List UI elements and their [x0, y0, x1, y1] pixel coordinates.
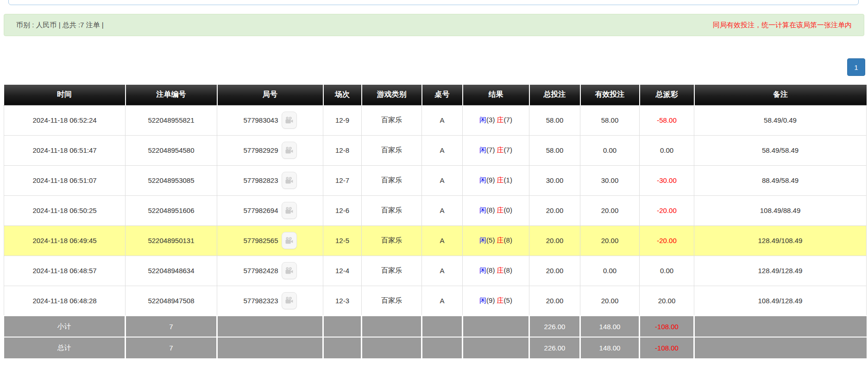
round-id-value: 577982428 [243, 267, 278, 275]
cell-remark: 108.49/128.49 [694, 286, 867, 316]
cell-round-id: 577982565 [217, 225, 323, 256]
col-header-round-id: 局号 [217, 85, 323, 105]
cell-payout: -20.00 [640, 195, 694, 225]
result-player-points: (5) [486, 236, 495, 244]
col-header-payout: 总派彩 [640, 85, 694, 105]
cell-remark: 108.49/88.49 [694, 195, 867, 225]
cell-round-id: 577983043 [217, 105, 323, 135]
table-row: 2024-11-18 06:48:57 522048948634 5779824… [4, 256, 867, 286]
video-camera-icon [284, 206, 294, 215]
cell-table-no: A [422, 286, 463, 316]
round-id-value: 577982323 [243, 297, 278, 305]
result-player-label: 闲 [479, 266, 486, 274]
result-banker-points: (5) [504, 296, 512, 304]
video-replay-button[interactable] [282, 292, 297, 309]
cell-remark: 88.49/58.49 [694, 165, 867, 195]
cell-time: 2024-11-18 06:51:07 [4, 165, 126, 195]
result-banker-label: 庄 [497, 176, 504, 184]
table-row: 2024-11-18 06:50:25 522048951606 5779826… [4, 195, 867, 225]
cell-valid-bet: 20.00 [580, 225, 640, 256]
pagination-page-1[interactable]: 1 [847, 58, 865, 76]
cell-result: 闲(8) 庄(0) [463, 195, 529, 225]
cell-time: 2024-11-18 06:48:28 [4, 286, 126, 316]
summary-round [217, 337, 323, 358]
col-header-time: 时间 [4, 85, 126, 105]
result-player-label: 闲 [479, 296, 486, 304]
cell-remark: 128.49/128.49 [694, 256, 867, 286]
cell-total-bet[interactable]: 20.00 [529, 195, 580, 225]
table-header-row: 时间 注单编号 局号 场次 游戏类别 桌号 结果 总投注 有效投注 总派彩 备注 [4, 85, 867, 105]
cell-remark: 58.49/58.49 [694, 135, 867, 165]
video-camera-icon [284, 236, 294, 245]
cell-round-id: 577982428 [217, 256, 323, 286]
summary-round [217, 316, 323, 337]
cell-session: 12-3 [323, 286, 362, 316]
cell-table-no: A [422, 135, 463, 165]
result-player-points: (9) [486, 296, 495, 304]
video-replay-button[interactable] [282, 262, 297, 279]
summary-count: 7 [126, 337, 217, 358]
cell-total-bet[interactable]: 58.00 [529, 135, 580, 165]
cell-payout: -30.00 [640, 165, 694, 195]
cell-table-no: A [422, 195, 463, 225]
cell-game-type: 百家乐 [362, 135, 422, 165]
cell-payout: 0.00 [640, 256, 694, 286]
result-player-label: 闲 [479, 236, 486, 244]
cell-table-no: A [422, 225, 463, 256]
result-banker-label: 庄 [497, 296, 504, 304]
cell-round-id: 577982323 [217, 286, 323, 316]
video-replay-button[interactable] [282, 232, 297, 249]
result-banker-label: 庄 [497, 146, 504, 154]
col-header-total-bet: 总投注 [529, 85, 580, 105]
cell-session: 12-6 [323, 195, 362, 225]
summary-game [362, 316, 422, 337]
col-header-valid-bet: 有效投注 [580, 85, 640, 105]
round-id-value: 577982929 [243, 146, 278, 154]
cell-round-id: 577982929 [217, 135, 323, 165]
cell-bet-id: 522048954580 [126, 135, 217, 165]
table-row: 2024-11-18 06:49:45 522048950131 5779825… [4, 225, 867, 256]
cell-total-bet[interactable]: 58.00 [529, 105, 580, 135]
cell-table-no: A [422, 165, 463, 195]
result-player-points: (7) [486, 146, 495, 154]
cell-payout: 0.00 [640, 135, 694, 165]
round-id-value: 577982694 [243, 206, 278, 214]
cell-payout: 20.00 [640, 286, 694, 316]
summary-total-bet: 226.00 [529, 316, 580, 337]
cell-result: 闲(5) 庄(8) [463, 225, 529, 256]
col-header-result: 结果 [463, 85, 529, 105]
cell-game-type: 百家乐 [362, 195, 422, 225]
cell-total-bet[interactable]: 20.00 [529, 256, 580, 286]
cell-session: 12-5 [323, 225, 362, 256]
video-camera-icon [284, 266, 294, 275]
video-replay-button[interactable] [282, 172, 297, 189]
cell-remark: 58.49/0.49 [694, 105, 867, 135]
result-banker-label: 庄 [497, 236, 504, 244]
result-player-label: 闲 [479, 206, 486, 214]
cell-table-no: A [422, 105, 463, 135]
cell-payout: -58.00 [640, 105, 694, 135]
cell-bet-id: 522048948634 [126, 256, 217, 286]
cell-time: 2024-11-18 06:52:24 [4, 105, 126, 135]
video-replay-button[interactable] [282, 202, 297, 219]
video-camera-icon [284, 146, 294, 155]
cell-valid-bet: 0.00 [580, 135, 640, 165]
summary-count: 7 [126, 316, 217, 337]
subtotal-row: 小计7226.00148.00-108.00 [4, 316, 867, 337]
result-banker-points: (1) [504, 176, 512, 184]
round-id-value: 577982823 [243, 176, 278, 184]
summary-payout: -108.00 [640, 316, 694, 337]
cell-total-bet[interactable]: 20.00 [529, 225, 580, 256]
video-replay-button[interactable] [282, 142, 297, 159]
result-banker-points: (7) [504, 116, 512, 124]
result-banker-points: (0) [504, 206, 512, 214]
cell-bet-id: 522048951606 [126, 195, 217, 225]
cell-total-bet[interactable]: 20.00 [529, 286, 580, 316]
summary-session [323, 316, 362, 337]
result-player-points: (3) [486, 116, 495, 124]
table-row: 2024-11-18 06:48:28 522048947508 5779823… [4, 286, 867, 316]
cell-bet-id: 522048953085 [126, 165, 217, 195]
video-replay-button[interactable] [282, 112, 297, 129]
cell-total-bet[interactable]: 30.00 [529, 165, 580, 195]
cell-game-type: 百家乐 [362, 165, 422, 195]
